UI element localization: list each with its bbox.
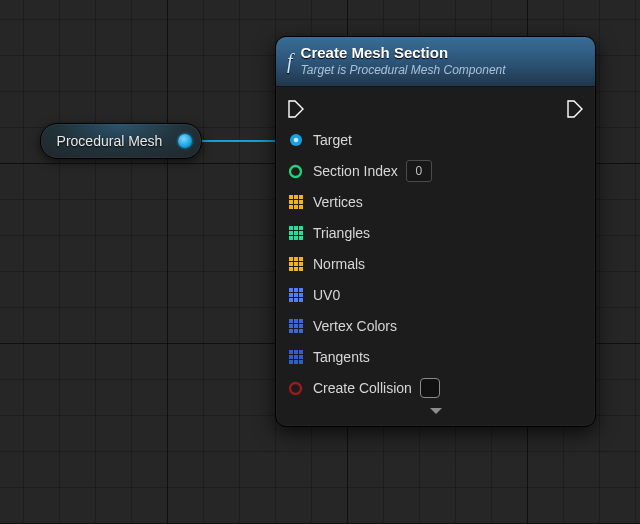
input-section-index[interactable]: 0 [406,160,432,182]
svg-rect-29 [299,267,303,271]
svg-rect-34 [294,293,298,297]
pin-label-create-collision: Create Collision [313,380,412,396]
svg-rect-54 [289,360,293,364]
svg-rect-39 [289,319,293,323]
svg-rect-43 [294,324,298,328]
pin-label-triangles: Triangles [313,225,370,241]
svg-rect-23 [299,257,303,261]
svg-rect-53 [299,355,303,359]
svg-rect-55 [294,360,298,364]
pin-uv0[interactable] [288,288,303,303]
svg-point-2 [290,166,301,177]
pin-target[interactable] [288,133,303,148]
function-node-create-mesh-section[interactable]: f Create Mesh Section Target is Procedur… [275,36,596,427]
variable-node-label: Procedural Mesh [41,133,178,149]
svg-rect-27 [289,267,293,271]
svg-rect-7 [294,200,298,204]
svg-rect-17 [299,231,303,235]
svg-rect-4 [294,195,298,199]
svg-rect-12 [289,226,293,230]
pin-row-vertices: Vertices [288,187,583,218]
exec-pin-in[interactable] [288,100,304,118]
pin-row-vertex-colors: Vertex Colors [288,311,583,342]
function-node-header[interactable]: f Create Mesh Section Target is Procedur… [276,37,595,87]
svg-rect-20 [299,236,303,240]
pin-row-tangents: Tangents [288,342,583,373]
svg-rect-31 [294,288,298,292]
svg-rect-13 [294,226,298,230]
svg-rect-50 [299,350,303,354]
svg-rect-9 [289,205,293,209]
pin-vertex-colors[interactable] [288,319,303,334]
function-node-title: Create Mesh Section [301,44,506,63]
svg-point-1 [293,138,298,143]
pin-section-index[interactable] [288,164,303,179]
svg-rect-21 [289,257,293,261]
svg-rect-16 [294,231,298,235]
svg-rect-41 [299,319,303,323]
svg-rect-28 [294,267,298,271]
svg-rect-45 [289,329,293,333]
exec-pin-out[interactable] [567,100,583,118]
svg-point-57 [290,383,301,394]
pin-label-tangents: Tangents [313,349,370,365]
svg-rect-48 [289,350,293,354]
pin-normals[interactable] [288,257,303,272]
expand-node-chevron-down-icon[interactable] [288,404,583,422]
svg-rect-26 [299,262,303,266]
pin-triangles[interactable] [288,226,303,241]
svg-rect-10 [294,205,298,209]
variable-output-pin[interactable] [178,134,192,148]
pin-row-create-collision: Create Collision [288,373,583,404]
pin-vertices[interactable] [288,195,303,210]
svg-rect-49 [294,350,298,354]
svg-rect-19 [294,236,298,240]
svg-rect-18 [289,236,293,240]
svg-rect-38 [299,298,303,302]
svg-rect-51 [289,355,293,359]
checkbox-create-collision[interactable] [420,378,440,398]
pin-create-collision[interactable] [288,381,303,396]
svg-rect-32 [299,288,303,292]
svg-rect-6 [289,200,293,204]
svg-rect-25 [294,262,298,266]
blueprint-graph-canvas[interactable]: Procedural Mesh f Create Mesh Section Ta… [0,0,640,524]
pin-row-target: Target [288,125,583,156]
svg-rect-37 [294,298,298,302]
svg-rect-3 [289,195,293,199]
svg-rect-40 [294,319,298,323]
pin-tangents[interactable] [288,350,303,365]
svg-rect-56 [299,360,303,364]
svg-rect-11 [299,205,303,209]
pin-row-normals: Normals [288,249,583,280]
svg-rect-52 [294,355,298,359]
pin-row-triangles: Triangles [288,218,583,249]
pin-label-vertex-colors: Vertex Colors [313,318,397,334]
svg-rect-35 [299,293,303,297]
function-node-subtitle: Target is Procedural Mesh Component [301,63,506,78]
svg-rect-42 [289,324,293,328]
pin-label-normals: Normals [313,256,365,272]
pin-row-uv0: UV0 [288,280,583,311]
pin-label-target: Target [313,132,352,148]
variable-node-procedural-mesh[interactable]: Procedural Mesh [40,123,202,159]
function-icon: f [287,51,293,71]
svg-rect-30 [289,288,293,292]
svg-rect-22 [294,257,298,261]
svg-rect-44 [299,324,303,328]
svg-rect-14 [299,226,303,230]
svg-rect-15 [289,231,293,235]
pin-label-section-index: Section Index [313,163,398,179]
function-node-body: Target Section Index 0 Vertices [276,87,595,426]
svg-rect-46 [294,329,298,333]
svg-rect-36 [289,298,293,302]
svg-rect-33 [289,293,293,297]
pin-label-vertices: Vertices [313,194,363,210]
pin-label-uv0: UV0 [313,287,340,303]
svg-rect-24 [289,262,293,266]
svg-rect-5 [299,195,303,199]
pin-row-section-index: Section Index 0 [288,156,583,187]
svg-rect-47 [299,329,303,333]
svg-rect-8 [299,200,303,204]
